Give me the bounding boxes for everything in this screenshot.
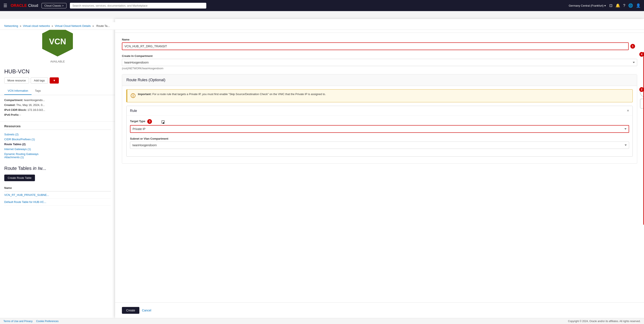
created-row: Created: Thu, May 16, 2024, 0... (4, 104, 111, 106)
ipv6-row: IPv6 Prefix: - (4, 113, 111, 116)
subnet-compartment-form-group: Subnet or Vlan Compartment IwanHoogendoo… (130, 137, 629, 149)
name-form-group: Name 1 (122, 38, 637, 50)
sidebar-item-internet-gateways[interactable]: Internet Gateways (1) (4, 147, 111, 152)
ipv6-value: - (20, 113, 21, 116)
notice-icon: ⓘ (131, 93, 135, 99)
hamburger-menu-icon[interactable]: ☰ (4, 3, 7, 8)
compartment-row: Compartment: IwanHoogendo... (4, 98, 111, 102)
help-icon[interactable]: ? (623, 4, 625, 8)
region-label: Germany Central (Frankfurt) (569, 4, 604, 7)
breadcrumb-sep1: » (20, 24, 21, 28)
notifications-icon[interactable]: 🔔 (616, 3, 620, 8)
more-actions-button[interactable]: ▼ (50, 78, 59, 84)
rule-box-body: Target Type 3 Private IP Subnet or Vlan … (126, 116, 632, 156)
badge-3: 3 (147, 119, 152, 124)
ipv6-label: IPv6 Prefix: (4, 113, 20, 116)
oracle-logo: ORACLE Cloud (11, 4, 38, 8)
breadcrumb-sep2: » (52, 24, 53, 28)
important-notice: ⓘ Important: For a route rule that targe… (126, 89, 633, 102)
add-tags-button[interactable]: Add tags (31, 78, 48, 84)
navbar-icons: ⊡ 🔔 ? 🌐 👤 (609, 3, 640, 8)
notice-title: Important: (138, 92, 152, 96)
compartment-label: Create In Compartment (122, 54, 637, 58)
create-route-table-button-bg[interactable]: Create Route Table (4, 174, 35, 181)
vcn-action-buttons: Move resource Add tags ▼ (4, 78, 111, 84)
compartment-select[interactable]: IwanHoogendoorn (122, 59, 637, 66)
sidebar-item-subnets[interactable]: Subnets (2) (4, 132, 111, 137)
grid-view-icon[interactable]: ⊞ (640, 99, 644, 108)
route-rules-section: Route Rules (Optional) ⓘ Important: For … (122, 74, 637, 164)
ipv4-value: 172.16.0.0/2... (28, 108, 45, 112)
resources-section: Resources Subnets (2) CIDR Blocks/Prefix… (0, 122, 115, 162)
compartment-value: IwanHoogendo... (24, 98, 45, 102)
rule-title: Rule (130, 109, 137, 113)
rule-box-header: Rule × (126, 106, 632, 116)
sidebar-item-dynamic-routing[interactable]: Dynamic Routing GatewaysAttachments (1) (4, 152, 111, 160)
breadcrumb-vcn-detail[interactable]: Virtual Cloud Network Details (55, 24, 91, 28)
route-rules-body: ⓘ Important: For a route rule that targe… (122, 86, 637, 164)
badge-1: 1 (630, 44, 635, 48)
notice-text: For a route rule that targets a Private … (152, 92, 326, 96)
breadcrumb-vcn[interactable]: Virtual cloud networks (23, 24, 50, 28)
move-resource-button[interactable]: Move resource (4, 78, 29, 84)
user-profile-icon[interactable]: 👤 (636, 3, 640, 8)
name-input[interactable] (122, 42, 629, 50)
rule-box: Rule × Target Type 3 Priv (126, 106, 633, 157)
modal-body: Name 1 Create In Compartment IwanHoogend… (115, 33, 644, 302)
breadcrumb-sep3: » (92, 24, 94, 28)
route-table-link-2[interactable]: Default Route Table for HUB-VC... (4, 200, 46, 204)
cloud-classic-button[interactable]: Cloud Classic > (42, 3, 66, 8)
badge-2-container: 2 (638, 87, 644, 92)
region-chevron-icon: ▾ (604, 4, 606, 7)
table-header-name: Name (4, 184, 111, 192)
subnet-compartment-label: Subnet or Vlan Compartment (130, 137, 629, 140)
target-type-form-group: Target Type 3 Private IP (130, 119, 629, 133)
svg-text:VCN: VCN (49, 37, 66, 46)
modal-create-button[interactable]: Create (122, 307, 139, 314)
route-tables-title: Route Tables in Iw... (4, 166, 111, 171)
vcn-tabs: VCN Information Tags (0, 87, 115, 95)
modal-cancel-button[interactable]: Cancel (142, 309, 151, 312)
rule-close-button[interactable]: × (627, 108, 629, 113)
oracle-text: ORACLE (11, 4, 27, 8)
created-label: Created: (4, 104, 16, 106)
badge-4: 4 (639, 52, 644, 57)
global-search-input[interactable] (70, 3, 206, 8)
created-value: Thu, May 16, 2024, 0... (16, 104, 45, 106)
navbar-right-section: Germany Central (Frankfurt) ▾ ⊡ 🔔 ? 🌐 👤 (569, 3, 640, 8)
language-icon[interactable]: 🌐 (628, 3, 633, 8)
subnet-compartment-select[interactable]: IwanHoogendoorn (130, 142, 629, 149)
tab-tags[interactable]: Tags (32, 87, 44, 95)
left-panel: VCN AVAILABLE HUB-VCN Move resource Add … (0, 19, 115, 318)
ipv4-row: IPv4 CIDR Block: 172.16.0.0/2... (4, 108, 111, 112)
breadcrumb-route-tab: Route Ta... (96, 24, 110, 28)
compartment-form-group: Create In Compartment IwanHoogendoorn (r… (122, 54, 637, 70)
console-icon[interactable]: ⊡ (609, 3, 612, 8)
ipv4-label: IPv4 CIDR Block: (4, 108, 27, 112)
notice-content: Important: For a route rule that targets… (138, 92, 326, 99)
target-type-select[interactable]: Private IP (130, 125, 629, 133)
vcn-title-area: HUB-VCN Move resource Add tags ▼ (0, 68, 115, 87)
route-table-link-1[interactable]: VCN_RT_HUB_PRIVATE_SUBNE... (4, 193, 49, 196)
target-type-label: Target Type 3 (130, 119, 629, 124)
compartment-hint: (root)/NETWORK/IwanHoogendoorn (122, 67, 637, 70)
region-selector[interactable]: Germany Central (Frankfurt) ▾ (569, 4, 606, 7)
route-rules-header: Route Rules (Optional) (122, 74, 637, 86)
create-route-table-modal: 4 2 Create Route Table Help Name 1 Creat… (115, 19, 644, 318)
modal-footer: Create Cancel (115, 302, 644, 318)
tab-vcn-information[interactable]: VCN Information (4, 87, 32, 95)
top-navbar: ☰ ORACLE Cloud Cloud Classic > Germany C… (0, 0, 644, 11)
resources-divider (4, 130, 111, 130)
vcn-name: HUB-VCN (4, 68, 111, 75)
badge-4-container: 4 (638, 52, 644, 57)
sidebar-item-cidr[interactable]: CIDR Blocks/Prefixes (1) (4, 137, 111, 142)
vcn-status-label: AVAILABLE (50, 60, 65, 63)
vcn-information-section: Compartment: IwanHoogendo... Created: Th… (0, 95, 115, 122)
table-row: Default Route Table for HUB-VC... (4, 198, 111, 206)
table-row: VCN_RT_HUB_PRIVATE_SUBNE... (4, 192, 111, 198)
breadcrumb-networking[interactable]: Networking (4, 24, 18, 28)
sidebar-item-route-tables[interactable]: Route Tables (2) (4, 142, 111, 147)
resources-title: Resources (4, 124, 111, 128)
name-label: Name (122, 38, 637, 41)
route-tables-background: Route Tables in Iw... Create Route Table… (0, 162, 115, 209)
